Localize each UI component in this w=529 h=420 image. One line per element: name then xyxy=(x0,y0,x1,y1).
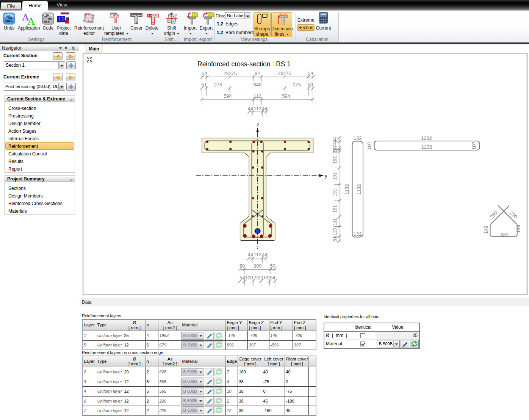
svg-text:1132: 1132 xyxy=(344,184,350,194)
svg-text:A: A xyxy=(27,15,35,25)
svg-text:54: 54 xyxy=(239,275,245,281)
svg-text:50: 50 xyxy=(239,263,245,269)
svg-text:44: 44 xyxy=(262,252,267,257)
svg-text:44: 44 xyxy=(248,252,253,257)
svg-text:z: z xyxy=(257,122,260,127)
svg-text:MPa: MPa xyxy=(5,19,13,23)
svg-text:2x275: 2x275 xyxy=(224,71,237,76)
svg-text:92: 92 xyxy=(255,71,260,76)
svg-text:648: 648 xyxy=(253,82,261,88)
svg-text:149: 149 xyxy=(515,225,521,233)
svg-text:275: 275 xyxy=(293,82,301,88)
svg-text:54: 54 xyxy=(308,71,313,76)
svg-text:132: 132 xyxy=(354,135,362,141)
svg-text:92: 92 xyxy=(255,275,260,281)
svg-text:50: 50 xyxy=(270,263,275,269)
svg-text:149: 149 xyxy=(483,226,489,234)
svg-text:275: 275 xyxy=(214,82,222,88)
svg-text:25.8: 25.8 xyxy=(44,20,50,24)
svg-text:51: 51 xyxy=(308,82,313,88)
svg-text:2x275: 2x275 xyxy=(278,71,291,76)
svg-text:51: 51 xyxy=(201,82,207,88)
svg-text:44: 44 xyxy=(248,106,253,111)
svg-text:112: 112 xyxy=(254,93,261,99)
svg-text:332: 332 xyxy=(500,232,509,237)
svg-text:1132: 1132 xyxy=(357,184,362,194)
svg-text:290: 290 xyxy=(489,210,499,220)
svg-text:191: 191 xyxy=(332,189,338,196)
svg-text:Reinforced cross-section : RS: Reinforced cross-section : RS 1 xyxy=(197,60,291,68)
svg-text:112: 112 xyxy=(254,106,261,111)
svg-text:y: y xyxy=(325,173,327,179)
svg-text:290: 290 xyxy=(509,210,518,220)
svg-text:300: 300 xyxy=(254,263,262,269)
svg-text:107: 107 xyxy=(366,141,372,150)
svg-text:44: 44 xyxy=(332,137,338,143)
svg-text:191: 191 xyxy=(332,172,338,180)
svg-text:132: 132 xyxy=(354,231,362,237)
svg-text:111: 111 xyxy=(332,218,338,226)
svg-text:25: 25 xyxy=(332,148,338,154)
svg-text:1232: 1232 xyxy=(421,135,432,141)
svg-text:191: 191 xyxy=(332,205,338,213)
svg-text:100: 100 xyxy=(261,275,269,281)
svg-text:191: 191 xyxy=(332,156,338,163)
svg-text:112: 112 xyxy=(254,252,261,257)
svg-text:44: 44 xyxy=(262,106,267,111)
svg-text:594: 594 xyxy=(224,93,232,99)
svg-text:594: 594 xyxy=(282,93,290,99)
svg-text:1232: 1232 xyxy=(421,144,432,150)
svg-text:100: 100 xyxy=(245,275,253,281)
svg-text:54: 54 xyxy=(270,275,275,281)
svg-text:107: 107 xyxy=(471,141,477,150)
svg-text:54: 54 xyxy=(202,71,207,76)
svg-text:120: 120 xyxy=(332,228,338,235)
svg-text:51: 51 xyxy=(332,236,338,241)
